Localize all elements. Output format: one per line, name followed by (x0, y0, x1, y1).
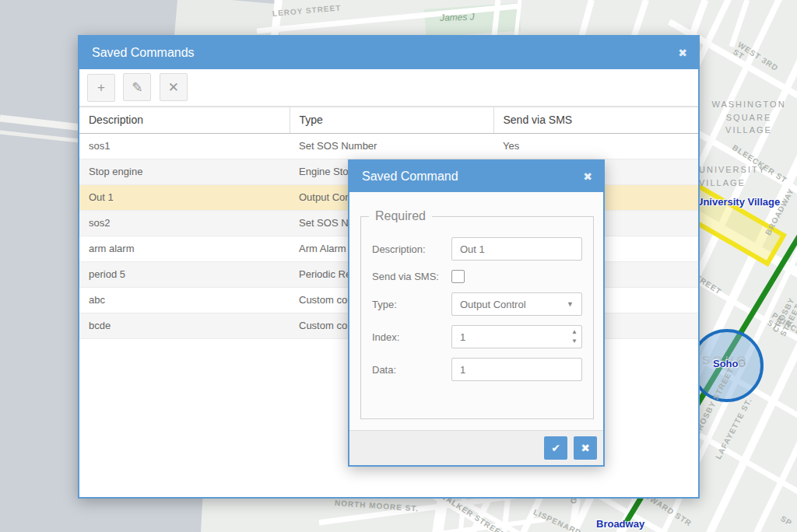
dialog-title: Saved Command (362, 170, 458, 184)
column-description[interactable]: Description (79, 107, 290, 133)
spinner-down-icon[interactable]: ▼ (571, 337, 578, 346)
pencil-icon: ✎ (132, 79, 142, 96)
cell-description: abc (79, 287, 290, 313)
close-icon[interactable]: ✖ (583, 161, 592, 192)
index-stepper[interactable] (451, 325, 582, 348)
type-label: Type: (372, 299, 451, 310)
index-row: Index: ▲ ▼ (372, 325, 582, 348)
column-send-via-sms[interactable]: Send via SMS (493, 107, 698, 133)
description-field[interactable] (451, 237, 582, 261)
type-select-value: Output Control (460, 299, 526, 310)
required-fieldset: Required Description: Send via SMS: Type… (360, 209, 594, 419)
type-select[interactable]: Output Control ▼ (451, 292, 582, 316)
saved-command-header: Saved Command ✖ (349, 161, 603, 192)
cell-description: bcde (79, 313, 290, 338)
chevron-down-icon: ▼ (567, 300, 574, 308)
table-header-row: Description Type Send via SMS (79, 107, 698, 133)
saved-command-form: Required Description: Send via SMS: Type… (349, 192, 603, 419)
data-label: Data: (372, 364, 451, 376)
table-row[interactable]: sos1 Set SOS Number Yes (79, 133, 698, 159)
cell-description: arm alarm (79, 236, 290, 261)
saved-command-dialog: Saved Command ✖ Required Description: Se… (348, 159, 605, 467)
delete-command-button[interactable]: ✕ (160, 73, 188, 101)
dialog-title: Saved Commands (92, 46, 195, 60)
cancel-button[interactable]: ✖ (574, 436, 597, 460)
send-via-sms-checkbox[interactable] (451, 270, 465, 283)
commands-toolbar: + ✎ ✕ (79, 69, 698, 107)
data-field[interactable] (451, 358, 582, 381)
saved-command-footer: ✔ ✖ (349, 430, 603, 465)
cell-description: Stop engine (79, 159, 290, 184)
column-type[interactable]: Type (290, 107, 493, 133)
cell-type: Set SOS Number (290, 133, 493, 159)
cell-description: sos2 (79, 210, 290, 236)
geofence-circle (692, 331, 762, 401)
edit-command-button[interactable]: ✎ (123, 73, 151, 101)
cell-description: sos1 (79, 133, 290, 159)
add-command-button[interactable]: + (87, 74, 115, 102)
delete-icon: ✕ (168, 79, 179, 96)
ok-button[interactable]: ✔ (544, 436, 567, 460)
description-label: Description: (372, 243, 451, 255)
spinner-up-icon[interactable]: ▲ (571, 327, 578, 337)
saved-commands-header: Saved Commands ✖ (79, 37, 698, 69)
send-via-sms-row: Send via SMS: (372, 270, 582, 283)
check-icon: ✔ (551, 442, 560, 454)
index-label: Index: (372, 331, 451, 343)
close-icon: ✖ (581, 442, 590, 454)
close-icon[interactable]: ✖ (678, 37, 687, 69)
type-row: Type: Output Control ▼ (372, 292, 582, 316)
data-row: Data: (372, 358, 582, 381)
cell-description: Out 1 (79, 184, 290, 210)
plus-icon: + (97, 80, 105, 96)
required-legend: Required (369, 209, 432, 223)
description-row: Description: (372, 237, 582, 261)
cell-sms: Yes (493, 133, 698, 159)
cell-description: period 5 (79, 261, 290, 287)
send-via-sms-label: Send via SMS: (372, 271, 451, 282)
